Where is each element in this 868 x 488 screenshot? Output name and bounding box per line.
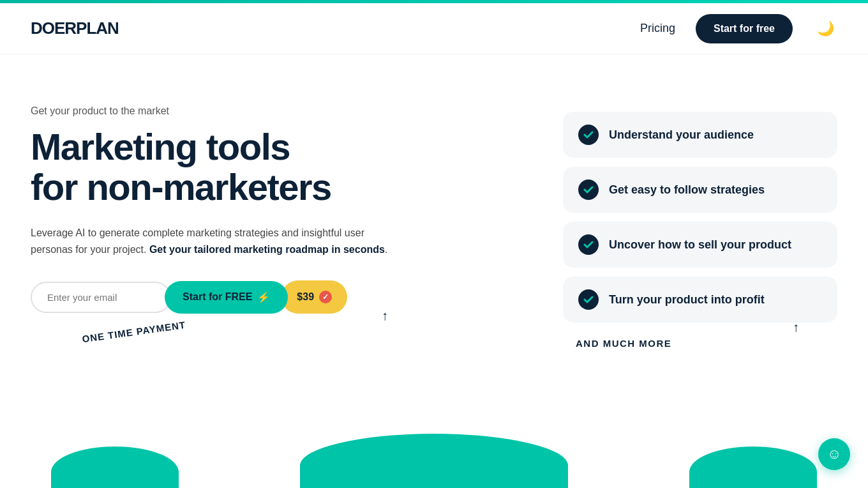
hero-title-line2: for non-marketers — [31, 166, 331, 208]
hero-left: Get your product to the market Marketing… — [31, 105, 401, 338]
checkmark-icon-3 — [583, 240, 594, 250]
feature-check-4 — [578, 289, 599, 310]
feature-card-3: Uncover how to sell your product — [563, 222, 837, 268]
header: DOERPLAN Pricing Start for free 🌙 — [0, 3, 868, 54]
nav-pricing-link[interactable]: Pricing — [640, 22, 675, 35]
and-more-container: ↑ AND MUCH MORE — [576, 338, 837, 383]
hero-right: Understand your audience Get easy to fol… — [563, 105, 837, 383]
logo: DOERPLAN — [31, 19, 119, 38]
wave-center — [300, 434, 568, 488]
feature-label-4: Turn your product into profit — [609, 293, 765, 307]
and-more-arrow-icon: ↑ — [793, 320, 799, 335]
annotation-container: ↑ ONE TIME PAYMENT — [82, 326, 401, 338]
feature-label-1: Understand your audience — [609, 128, 754, 142]
arrow-up-icon: ↑ — [382, 309, 388, 323]
cta-row: Start for FREE ⚡ $39 ✓ — [31, 280, 401, 314]
hero-title-line1: Marketing tools — [31, 126, 290, 167]
bottom-wave-section — [0, 421, 868, 488]
feature-label-2: Get easy to follow strategies — [609, 183, 765, 197]
price-label: $39 — [297, 291, 314, 303]
moon-icon: 🌙 — [817, 20, 834, 37]
chat-icon: ☺ — [827, 446, 841, 462]
price-button[interactable]: $39 ✓ — [281, 280, 347, 314]
hero-description-bold: Get your tailored marketing roadmap in s… — [149, 244, 385, 255]
feature-label-3: Uncover how to sell your product — [609, 238, 791, 252]
checkmark-icon-2 — [583, 185, 594, 195]
theme-toggle-button[interactable]: 🌙 — [813, 17, 837, 41]
hero-section: Get your product to the market Marketing… — [0, 54, 868, 421]
header-right: Pricing Start for free 🌙 — [640, 14, 837, 43]
lightning-icon: ⚡ — [257, 291, 270, 303]
hero-subtitle: Get your product to the market — [31, 105, 401, 117]
feature-check-1 — [578, 125, 599, 145]
email-input[interactable] — [31, 282, 171, 313]
cta-label: Start for FREE — [183, 291, 252, 303]
wave-right — [689, 446, 817, 488]
hero-title: Marketing tools for non-marketers — [31, 127, 401, 207]
checkmark-icon-4 — [583, 294, 594, 305]
feature-check-2 — [578, 179, 599, 200]
start-free-cta-button[interactable]: Start for FREE ⚡ — [165, 281, 288, 314]
hero-description: Leverage AI to generate complete marketi… — [31, 225, 401, 257]
wave-left — [51, 446, 179, 488]
annotation-text: ONE TIME PAYMENT — [82, 319, 186, 345]
feature-check-3 — [578, 234, 599, 255]
chat-button[interactable]: ☺ — [818, 438, 850, 470]
hero-description-end: . — [385, 244, 387, 255]
price-check-icon: ✓ — [319, 291, 332, 303]
feature-card-2: Get easy to follow strategies — [563, 167, 837, 213]
feature-card-1: Understand your audience — [563, 112, 837, 158]
feature-card-4: Turn your product into profit — [563, 277, 837, 323]
header-start-free-button[interactable]: Start for free — [696, 14, 793, 43]
checkmark-icon-1 — [583, 130, 594, 140]
and-more-text: AND MUCH MORE — [576, 338, 671, 349]
